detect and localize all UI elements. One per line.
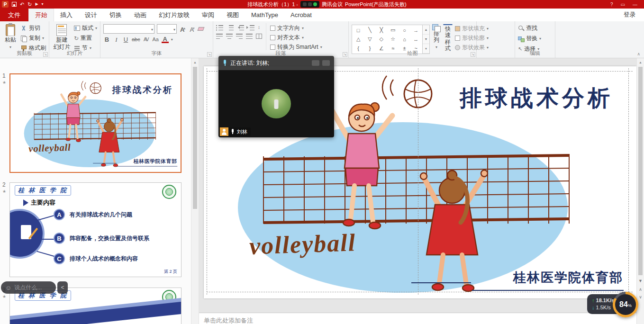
slide-thumbnail-1[interactable]: 排球战术分析 volleyball 桂林医学院体育部	[9, 73, 181, 173]
line-spacing-icon[interactable]: ↕	[258, 25, 260, 30]
strikethrough-button[interactable]: abc	[132, 36, 140, 43]
text-direction-button[interactable]: 文字方向▾	[270, 24, 322, 32]
qat-dropdown-icon[interactable]: ▾	[42, 1, 44, 8]
tab-file[interactable]: 文件	[0, 9, 28, 21]
slide-dept[interactable]: 桂林医学院体育部	[513, 269, 623, 286]
grow-font-button[interactable]: A▴	[179, 25, 186, 33]
ribbon-options-icon[interactable]: ▭	[621, 2, 625, 7]
meeting-control-icon[interactable]	[322, 60, 330, 66]
cut-button[interactable]: 剪切	[20, 24, 46, 32]
previous-slide-icon[interactable]: ∧	[637, 286, 644, 293]
clipboard-dialog-launcher[interactable]: ↘	[43, 52, 48, 57]
tab-design[interactable]: 设计	[79, 9, 103, 21]
clear-formatting-icon[interactable]	[198, 27, 205, 31]
sign-in-button[interactable]: 登录	[624, 9, 644, 21]
quick-styles-button[interactable]: 快速样式	[443, 23, 453, 50]
underline-button[interactable]: U	[122, 36, 129, 43]
minimize-icon[interactable]: —	[633, 2, 637, 7]
tab-slideshow[interactable]: 幻灯片放映	[153, 9, 196, 21]
font-color-dropdown-icon[interactable]: ▾	[171, 37, 173, 42]
gallery-down-icon[interactable]: ▼	[423, 35, 429, 44]
font-name-combo[interactable]: ▾	[103, 24, 154, 34]
canvas-scroll-up-icon[interactable]: ▲	[637, 58, 644, 66]
drawing-dialog-launcher[interactable]: ↘	[471, 52, 475, 57]
new-slide-button[interactable]: 新建幻灯片	[52, 23, 72, 50]
meeting-control-icon[interactable]	[312, 60, 319, 66]
undo-icon[interactable]: ↶	[20, 1, 24, 8]
numbering-icon[interactable]	[227, 25, 234, 30]
participant-avatar	[262, 89, 291, 118]
collapse-ribbon-icon[interactable]: ∧	[637, 52, 640, 56]
dept-underline	[93, 163, 117, 163]
layout-button[interactable]: 版式▾	[74, 24, 97, 32]
meeting-tray-pill[interactable]	[300, 1, 319, 8]
meeting-overlay-window[interactable]: 正在讲话: 刘林; 刘林	[218, 56, 334, 137]
tab-insert[interactable]: 插入	[54, 9, 79, 21]
thumbnail-scrollbar[interactable]: ▲	[191, 58, 199, 324]
chat-input[interactable]: ☺ 说点什么...	[1, 281, 56, 294]
canvas-scroll-down-icon[interactable]: ▼	[637, 277, 644, 285]
font-size-combo[interactable]: ▾	[157, 24, 177, 34]
align-text-button[interactable]: 对齐文本▾	[270, 34, 322, 42]
decrease-indent-icon[interactable]	[237, 25, 244, 30]
shape-outline-button[interactable]: 形状轮廓▾	[455, 34, 489, 42]
replace-icon	[518, 36, 524, 42]
dept-underline	[411, 282, 471, 283]
canvas-scrollbar-thumb[interactable]	[638, 67, 643, 275]
volleyball-word[interactable]: volleyball	[249, 228, 356, 260]
arrange-button[interactable]: 排列▾	[432, 23, 441, 50]
paragraph-dialog-launcher[interactable]: ↘	[343, 52, 347, 57]
title-text-left: 排球战术分析（1）1 -	[247, 1, 298, 8]
tab-mathtype[interactable]: MathType	[245, 9, 284, 21]
slideshow-icon[interactable]: ▶	[35, 1, 38, 8]
tab-review[interactable]: 审阅	[196, 9, 220, 21]
align-left-icon[interactable]	[216, 34, 223, 39]
replace-button[interactable]: 替换▾	[518, 35, 541, 43]
chat-collapse-button[interactable]: <	[57, 281, 68, 294]
character-spacing-button[interactable]: AV	[143, 36, 150, 43]
slide-thumbnail-2[interactable]: 桂 林 医 学 院 主要内容 A 有关排球战术的几个问题 B 阵容配备，交换位置…	[9, 182, 181, 277]
redo-icon[interactable]: ↻	[27, 1, 32, 8]
align-right-icon[interactable]	[236, 34, 243, 39]
help-icon[interactable]: ?	[610, 2, 613, 7]
window-title: 排球战术分析（1）1 - 腾讯会议 PowerPoint(产品激活失败)	[44, 1, 610, 8]
participant-role-icon	[220, 127, 228, 136]
cut-icon	[20, 25, 27, 32]
notes-pane[interactable]: 单击此处添加备注	[199, 313, 636, 324]
thumbnail-scroll-up-icon[interactable]: ▲	[191, 58, 199, 66]
ribbon-group-paragraph: ↕ 文字方向▾ 对齐文本▾ 转换为 SmartArt▾ 段落 ↘	[213, 21, 349, 58]
tab-home[interactable]: 开始	[28, 9, 54, 21]
thumbnail-scrollbar-thumb[interactable]	[193, 67, 197, 209]
canvas-scrollbar[interactable]: ▲ ▼ ∧ ∨	[636, 58, 644, 324]
tab-animations[interactable]: 动画	[128, 9, 153, 21]
slide-title[interactable]: 排球战术分析	[460, 83, 613, 113]
font-dialog-launcher[interactable]: ↘	[207, 52, 212, 57]
gallery-up-icon[interactable]: ▲	[423, 25, 429, 35]
reset-button[interactable]: ↻重置	[74, 34, 97, 42]
find-button[interactable]: 查找	[518, 24, 541, 32]
shrink-font-button[interactable]: A▾	[189, 25, 196, 33]
italic-button[interactable]: I	[113, 36, 120, 43]
increase-indent-icon[interactable]	[247, 25, 254, 30]
columns-icon[interactable]	[256, 34, 262, 39]
tab-transitions[interactable]: 切换	[103, 9, 128, 21]
save-icon[interactable]	[12, 2, 17, 7]
meeting-video-area[interactable]: 刘林	[218, 70, 334, 137]
emoji-icon[interactable]: ☺	[5, 284, 11, 291]
align-center-icon[interactable]	[226, 34, 233, 39]
meeting-header-controls[interactable]	[312, 60, 330, 66]
paste-button[interactable]: 粘贴 ▾	[3, 23, 18, 50]
titlebar: P ↶ ↻ ▶ ▾ 排球战术分析（1）1 - 腾讯会议 PowerPoint(产…	[0, 0, 644, 9]
change-case-button[interactable]: Aa	[152, 36, 159, 43]
bold-button[interactable]: B	[103, 36, 110, 43]
bullets-icon[interactable]	[216, 25, 223, 30]
ribbon-tab-row: 文件 开始 插入 设计 切换 动画 幻灯片放映 审阅 视图 MathType A…	[0, 9, 644, 21]
speaking-label: 正在讲话: 刘林;	[230, 59, 269, 67]
tab-acrobat[interactable]: Acrobat	[284, 9, 318, 21]
next-slide-icon[interactable]: ∨	[637, 293, 644, 301]
shape-fill-button[interactable]: 形状填充▾	[455, 25, 489, 33]
font-color-button[interactable]: A	[162, 36, 169, 43]
justify-icon[interactable]	[246, 34, 253, 39]
copy-button[interactable]: 复制▾	[20, 34, 46, 42]
tab-view[interactable]: 视图	[220, 9, 245, 21]
